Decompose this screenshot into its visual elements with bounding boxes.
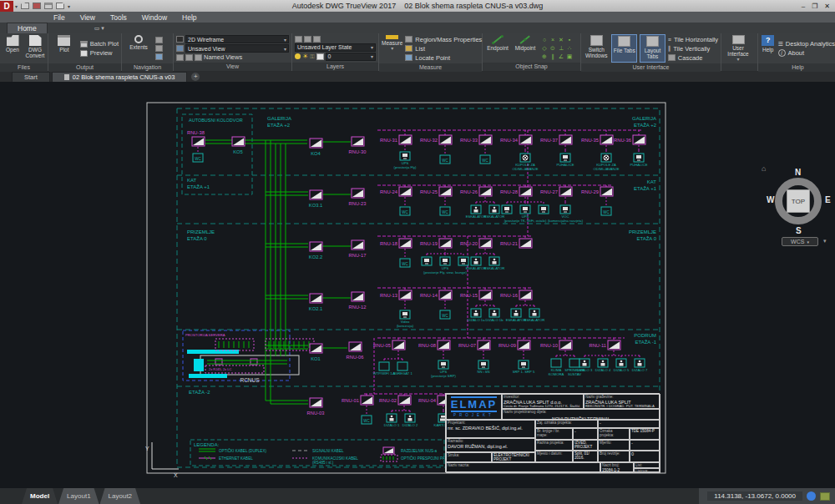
viewcube-home-icon[interactable]: ⌂	[762, 164, 766, 173]
viewcube-south[interactable]: S	[796, 226, 802, 235]
pan-hand-icon[interactable]	[155, 37, 163, 43]
layer-properties-icon[interactable]	[295, 36, 302, 43]
plot-status-icon[interactable]	[820, 492, 830, 501]
layer-thaw-sun-icon[interactable]: ☀	[302, 53, 308, 60]
wcs-selector[interactable]: WCS▾	[782, 237, 818, 246]
tangent-snap-icon[interactable]: ⊙	[549, 44, 557, 53]
minimize-button[interactable]: –	[802, 3, 805, 10]
qat-plot-icon[interactable]	[44, 3, 53, 9]
insertion-snap-icon[interactable]: ▪	[565, 36, 574, 44]
titleblock-cell: Nacrt broj:15084-1-2	[600, 462, 634, 473]
layer-unisolate-icon[interactable]	[313, 36, 321, 43]
viewcube-east[interactable]: E	[825, 195, 831, 204]
dwg-convert-button[interactable]: DWG Convert	[25, 34, 45, 63]
tile-horizontally-button[interactable]: ≡ Tile Horizontally	[668, 36, 718, 43]
drawing-text: AUTOBUSNI KOLODVOR	[189, 118, 243, 123]
drawing-text: SUSTAV	[568, 372, 581, 376]
apparent-snap-icon[interactable]: ∠	[557, 53, 565, 61]
menubar: File View Tools Window Help	[0, 12, 835, 23]
steering-wheel-icon[interactable]	[155, 53, 163, 60]
panel-object-snap: Endpoint Midpoint ○ × ✕ ▪ ◇ ⊙ ⊥ ∴ ⊕ ∥	[483, 33, 581, 71]
menu-view[interactable]: View	[80, 13, 95, 22]
qat-customize-caret-icon[interactable]: ▾	[68, 3, 70, 9]
orbit-icon[interactable]	[155, 45, 163, 52]
current-layer-dropdown[interactable]: 0▾	[326, 53, 377, 61]
maximize-button[interactable]: ❐	[812, 3, 817, 10]
nearest-snap-icon[interactable]: ∴	[565, 44, 574, 53]
open-button[interactable]: Open	[3, 34, 23, 63]
locate-point-button[interactable]: Locate Point	[405, 54, 482, 62]
viewcube-menu-caret-icon[interactable]: ▾	[823, 238, 827, 244]
menu-file[interactable]: File	[53, 13, 65, 22]
node-snap-icon[interactable]: ×	[549, 36, 557, 44]
visual-style-dropdown[interactable]: 2D Wireframe▾	[185, 35, 289, 43]
optical-patch-panel	[215, 339, 254, 350]
menu-window[interactable]: Window	[142, 13, 167, 22]
snap-settings-icon[interactable]: ▣	[565, 53, 574, 61]
quadrant-snap-icon[interactable]: ◇	[540, 44, 549, 53]
extents-button[interactable]: Extents	[124, 34, 153, 63]
layout-tabs-toggle[interactable]: Layout Tabs	[640, 34, 665, 63]
about-button[interactable]: i About	[778, 49, 835, 57]
endpoint-snap-button[interactable]: Endpoint	[485, 35, 510, 62]
switch-windows-button[interactable]: Switch Windows	[584, 34, 609, 63]
batch-plot-button[interactable]: Batch Plot	[80, 40, 119, 48]
model-space-canvas[interactable]: RNU-38WCKO5KO4RNU-30RNU-31UPS(prostorija…	[0, 82, 835, 488]
close-button[interactable]: ✕	[824, 3, 830, 10]
layer-on-bulb-icon[interactable]	[295, 53, 301, 59]
file-tabs-toggle[interactable]: File Tabs	[611, 34, 637, 63]
qat-open-icon[interactable]	[21, 3, 29, 9]
center-snap-icon[interactable]: ○	[540, 36, 549, 44]
viewcube-top-face[interactable]: TOP	[787, 189, 810, 213]
viewcube[interactable]: ⌂ N S W E TOP ▾	[767, 168, 830, 248]
midpoint-snap-button[interactable]: Midpoint	[513, 35, 538, 62]
user-interface-button[interactable]: User Interface▾	[724, 34, 752, 63]
tab-layout1[interactable]: Layout1	[58, 488, 99, 504]
drawing-text: PUHALICE	[557, 163, 574, 167]
layer-state-dropdown[interactable]: Unsaved Layer State▾	[295, 43, 376, 52]
layer-lock-icon[interactable]: ⚿	[310, 53, 314, 60]
drawing-text: RNU-17	[349, 253, 367, 258]
view-dropdown[interactable]: Unsaved View▾	[185, 44, 289, 53]
viewcube-west[interactable]: W	[767, 195, 774, 204]
measure-button[interactable]: Measure▾	[382, 34, 402, 63]
region-mass-properties-button[interactable]: Region/Mass Properties	[405, 36, 482, 43]
plot-printer-icon	[58, 35, 70, 46]
app-menu-caret-icon[interactable]: ▾	[15, 3, 18, 9]
extension-snap-icon[interactable]: ⊕	[540, 53, 549, 61]
drawing-text: WC	[402, 210, 408, 214]
tab-home[interactable]: Home	[7, 23, 48, 33]
named-views-button[interactable]: Named Views	[204, 53, 242, 61]
help-button[interactable]: ? Help	[761, 34, 776, 63]
drawing-text: RNU-18	[380, 241, 397, 246]
annotation-monitor-icon[interactable]	[807, 491, 816, 501]
file-tab-start[interactable]: Start	[12, 72, 50, 82]
qat-preview-icon[interactable]	[56, 3, 64, 9]
drawing-text: RNU-28	[500, 189, 518, 194]
tab-model[interactable]: Model	[22, 488, 58, 504]
menu-help[interactable]: Help	[182, 13, 196, 22]
qat-dwg-convert-icon[interactable]	[33, 3, 41, 9]
menu-tools[interactable]: Tools	[110, 13, 127, 22]
drawing-area[interactable]: RNU-38WCKO5KO4RNU-30RNU-31UPS(prostorija…	[0, 82, 835, 488]
desktop-analytics-button[interactable]: ☰ Desktop Analytics	[778, 40, 835, 48]
view-back-icon[interactable]	[176, 54, 184, 61]
tile-vertically-button[interactable]: ∥ Tile Vertically	[668, 45, 718, 53]
ribbon-minimize-icon[interactable]: ▭ ▾	[94, 25, 104, 33]
parallel-snap-icon[interactable]: ∥	[549, 53, 557, 61]
list-button[interactable]: List	[405, 45, 482, 53]
tab-layout2[interactable]: Layout2	[100, 488, 140, 504]
named-views-icon[interactable]	[195, 54, 202, 61]
intersection-snap-icon[interactable]: ✕	[557, 36, 565, 44]
app-logo-icon[interactable]: D	[0, 1, 13, 12]
viewcube-north[interactable]: N	[795, 168, 801, 177]
cascade-button[interactable]: Cascade	[668, 54, 718, 62]
file-tab-current[interactable]: 02 Blok shema raspleta CNUS-a v03	[52, 72, 188, 82]
layer-isolate-icon[interactable]	[304, 36, 311, 43]
preview-button[interactable]: Preview	[80, 49, 119, 57]
new-tab-button[interactable]: +	[191, 73, 200, 81]
perpendicular-snap-icon[interactable]: ⊥	[557, 44, 565, 53]
layer-color-swatch[interactable]	[316, 53, 324, 60]
view-forward-icon[interactable]	[185, 54, 193, 61]
plot-button[interactable]: Plot	[51, 34, 78, 63]
